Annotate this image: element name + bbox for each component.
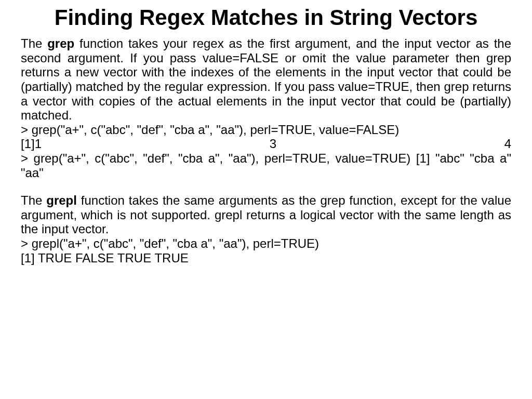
- slide-title: Finding Regex Matches in String Vectors: [21, 5, 511, 30]
- output-indices: [1]1 3 4: [21, 137, 511, 151]
- output-part-a: [1]1: [21, 137, 42, 151]
- paragraph-grep: The grep function takes your regex as th…: [21, 36, 511, 123]
- code-grepl: > grepl("a+", c("abc", "def", "cba a", "…: [21, 236, 511, 251]
- text-post-2: function takes the same arguments as the…: [21, 193, 511, 236]
- code-grep-true: > grep("a+", c("abc", "def", "cba a", "a…: [21, 151, 511, 180]
- bold-grep: grep: [47, 36, 74, 50]
- paragraph-grepl: The grepl function takes the same argume…: [21, 193, 511, 236]
- spacer: [21, 180, 511, 193]
- code-grep-false: > grep("a+", c("abc", "def", "cba a", "a…: [21, 123, 511, 137]
- text-pre: The: [21, 36, 47, 50]
- output-grepl: [1] TRUE FALSE TRUE TRUE: [21, 251, 511, 265]
- bold-grepl: grepl: [46, 193, 77, 207]
- output-part-c: 4: [504, 137, 511, 151]
- output-part-b: 3: [270, 137, 276, 151]
- text-post: function takes your regex as the first a…: [21, 36, 511, 122]
- text-pre-2: The: [21, 193, 46, 207]
